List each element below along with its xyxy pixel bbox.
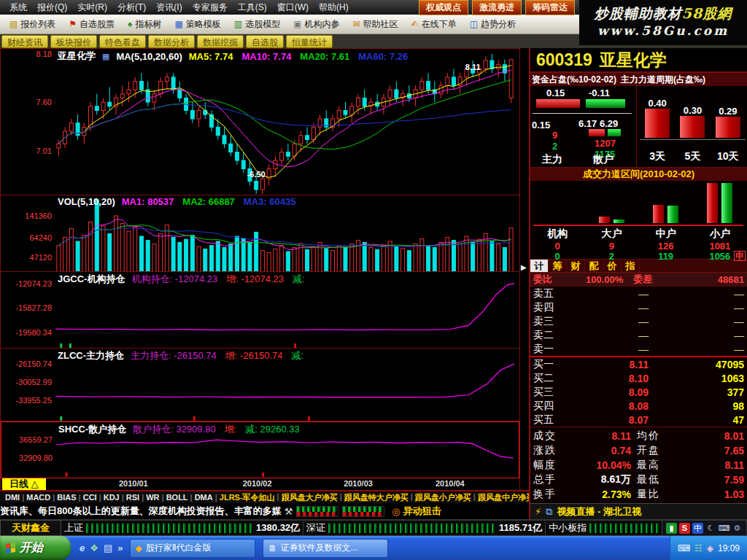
indicator-tab[interactable]: RSI bbox=[124, 493, 142, 502]
menu-item[interactable]: 专家服务 bbox=[187, 0, 233, 15]
hot-button[interactable]: 筹码雷达 bbox=[525, 0, 575, 15]
indicator-tab[interactable]: WR bbox=[144, 493, 161, 502]
tray-network-icon[interactable]: ☷ bbox=[694, 543, 703, 553]
workspace-tab[interactable]: 数据挖掘 bbox=[197, 35, 244, 48]
indicator-tab[interactable]: MACD bbox=[24, 493, 53, 502]
scroll-right-arrow[interactable]: ▶ bbox=[521, 263, 527, 271]
show-desktop-icon[interactable]: ▤ bbox=[104, 542, 112, 553]
indicator-tab[interactable]: DMI bbox=[3, 493, 22, 502]
menu-item[interactable]: 报价(Q) bbox=[32, 0, 72, 15]
kline-chart[interactable]: 8.187.607.018.11-6.50 bbox=[1, 49, 519, 195]
sell-row[interactable]: 卖五 — — bbox=[530, 287, 747, 300]
menu-item[interactable]: 帮助(H) bbox=[314, 0, 354, 15]
indicator-tab[interactable]: JLRS-军令如山 bbox=[217, 492, 277, 503]
workspace-tab[interactable]: 板块报价 bbox=[50, 35, 97, 48]
indicator-tab[interactable]: BIAS bbox=[55, 493, 78, 502]
shcc-pane[interactable]: SHCC-散户持仓 散户持仓: 32909.80增:减: 29260.33 36… bbox=[1, 421, 519, 478]
tray-keyboard-icon[interactable]: ⌨ bbox=[678, 543, 690, 553]
period-value: 0.40 bbox=[649, 98, 667, 109]
toolbar-item[interactable]: ▤ 报价列表 bbox=[3, 18, 62, 31]
mini-histogram-2 bbox=[342, 506, 384, 517]
workspace-tab[interactable]: 特色看盘 bbox=[99, 35, 146, 48]
indicator-tab[interactable]: 跟风盘特大户净买 bbox=[342, 492, 411, 503]
messenger-icon[interactable]: ❖ bbox=[90, 542, 98, 553]
tray-volume-icon[interactable]: ◈ bbox=[707, 543, 713, 553]
keyboard-icon[interactable]: ⌨ bbox=[719, 523, 729, 534]
fund-title-left: 资金占盘(‰10-02-02) bbox=[530, 74, 616, 86]
buy-row[interactable]: 买四 8.08 98 bbox=[530, 399, 747, 413]
indicator-tab[interactable]: 跟风盘小户净买 bbox=[413, 492, 473, 503]
force-chart: 机构大户中户小户 091261081 021191056 申 bbox=[530, 181, 747, 260]
indicator-tab[interactable]: BOLL bbox=[164, 493, 190, 502]
ie-icon[interactable]: e bbox=[80, 542, 85, 553]
indicator-tab[interactable]: KDJ bbox=[101, 493, 122, 502]
tools-icon[interactable]: ⚒ bbox=[285, 506, 293, 517]
sell-row[interactable]: 卖一 — — bbox=[530, 342, 747, 356]
zhuli-label: 主力 bbox=[542, 153, 562, 166]
moon-icon[interactable]: ☾ bbox=[705, 523, 716, 534]
jgcc-pane[interactable]: JGCC-机构持仓 机构持仓: -12074.23增: -12074.23减: … bbox=[1, 272, 519, 349]
period-force-bars: 0.40 3天 0.30 5天 0.29 bbox=[640, 92, 746, 165]
toolbar-item[interactable]: ♠ 指标树 bbox=[121, 18, 168, 31]
force-category: 机构 bbox=[530, 228, 584, 241]
tv-icon: ⧉ bbox=[546, 506, 552, 518]
start-button[interactable]: 开始 bbox=[0, 536, 71, 560]
menu-item[interactable]: 窗口(W) bbox=[272, 0, 314, 15]
force-green-bar bbox=[614, 219, 624, 223]
workspace-tab[interactable]: 数据分析 bbox=[148, 35, 195, 48]
toolbar-item[interactable]: ✍ 在线下单 bbox=[405, 18, 463, 31]
buy-row[interactable]: 买二 8.10 1063 bbox=[530, 371, 747, 385]
jgcc-legend: 机构持仓: -12074.23增: -12074.23减: bbox=[131, 273, 304, 286]
workspace-tab[interactable]: 自选股 bbox=[246, 35, 284, 48]
indicator-tab[interactable]: 跟风盘大户净买 bbox=[279, 492, 340, 503]
smallcap-label: 中小板指 bbox=[549, 521, 587, 534]
trend-analysis-icon: ◫ bbox=[470, 19, 478, 29]
buy-row[interactable]: 买三 8.09 377 bbox=[530, 385, 747, 399]
toolbar-item[interactable]: ◫ 趋势分析 bbox=[463, 18, 522, 31]
period-bar bbox=[716, 117, 740, 138]
toolbar-item[interactable]: ▣ 机构内参 bbox=[287, 18, 346, 31]
ime-status-icon[interactable]: ▮ bbox=[666, 523, 677, 534]
sell-row[interactable]: 卖四 — — bbox=[530, 300, 747, 314]
volume-pane[interactable]: VOL(5,10,20) MA1: 80537MA2: 66887MA3: 60… bbox=[1, 195, 519, 272]
menu-item[interactable]: 实时(R) bbox=[72, 0, 112, 15]
toolbar-item[interactable]: ▦ 策略模板 bbox=[168, 18, 227, 31]
period-label: 3天 bbox=[649, 150, 665, 163]
toolbar-item[interactable]: ✉ 帮助社区 bbox=[347, 18, 405, 31]
legend-item: 增: -26150.74 bbox=[225, 349, 283, 362]
task-button-2[interactable]: 🗎 证券软件及数据文... bbox=[263, 539, 388, 558]
zlcc-pane[interactable]: ZLCC-主力持仓 主力持仓: -26150.74增: -26150.74减: … bbox=[1, 349, 519, 421]
indicator-tab[interactable]: CCI bbox=[81, 493, 99, 502]
chevron-icon[interactable]: » bbox=[117, 542, 123, 553]
hot-button[interactable]: 激流勇进 bbox=[472, 0, 522, 15]
menu-item[interactable]: 系统 bbox=[4, 0, 32, 15]
zhuli-green-count: 2 bbox=[552, 141, 557, 152]
indicator-tab[interactable]: DMA bbox=[193, 493, 215, 502]
sz-volume-stripes bbox=[328, 524, 496, 533]
alert-sniper[interactable]: ◎ 异动狙击 bbox=[392, 505, 441, 518]
svg-text:7.01: 7.01 bbox=[36, 147, 52, 155]
sell-row[interactable]: 卖二 — — bbox=[530, 328, 747, 342]
hot-button[interactable]: 权威观点 bbox=[419, 0, 468, 15]
chart-scrollbar[interactable]: ▶ bbox=[520, 48, 529, 490]
svg-text:141360: 141360 bbox=[25, 211, 52, 220]
menu-item[interactable]: 工具(S) bbox=[233, 0, 272, 15]
buy-row[interactable]: 买五 8.07 47 bbox=[530, 413, 747, 427]
kline-pane[interactable]: 亚星化学 ▦ MA(5,10,20,60) MA5: 7.74MA10: 7.7… bbox=[1, 49, 519, 195]
indicator-tab[interactable]: 跟风盘中户净买 bbox=[476, 492, 536, 503]
menu-item[interactable]: 资讯(I) bbox=[151, 0, 187, 15]
toolbar-item[interactable]: ▥ 选股模型 bbox=[228, 18, 287, 31]
wrench-icon[interactable]: ⚙ bbox=[732, 523, 743, 534]
legend-item: MA2: 66887 bbox=[182, 196, 235, 207]
toolbar-item[interactable]: ⚑ 自选股票 bbox=[62, 18, 121, 31]
sogou-icon[interactable]: S bbox=[679, 523, 690, 534]
menu-item[interactable]: 分析(T) bbox=[112, 0, 151, 15]
workspace-tab[interactable]: 财经资讯 bbox=[1, 35, 48, 48]
workspace-tab[interactable]: 恒量统计 bbox=[286, 35, 333, 48]
chinese-mode-icon[interactable]: 中 bbox=[692, 523, 703, 534]
period-selector[interactable]: 日线 △ bbox=[2, 478, 46, 490]
buy-row[interactable]: 买一 8.11 47095 bbox=[530, 357, 747, 371]
sell-row[interactable]: 卖三 — — bbox=[530, 314, 747, 328]
task-button-1[interactable]: ◆ 股行家Ⅱ代白金版 bbox=[130, 539, 255, 558]
video-broadcast-bar[interactable]: ⚡ ⧉ 视频直播 - 湖北卫视 bbox=[530, 503, 747, 519]
